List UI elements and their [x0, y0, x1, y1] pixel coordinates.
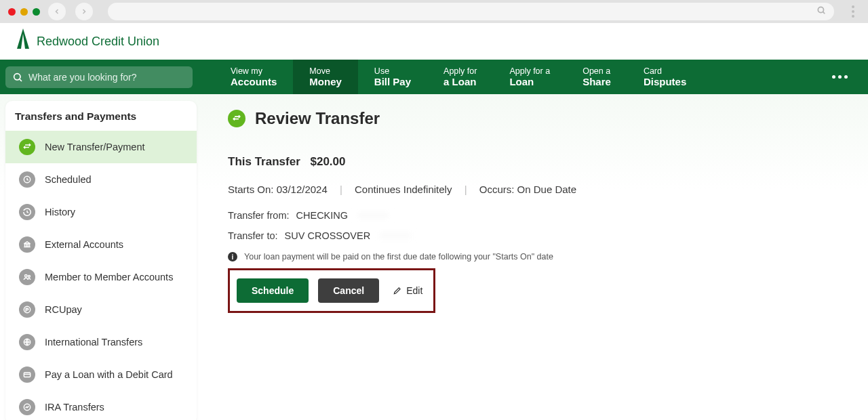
- browser-menu-icon[interactable]: [846, 5, 860, 18]
- sidebar-item-pay-loan-debit[interactable]: Pay a Loan with a Debit Card: [5, 358, 197, 391]
- sidebar-item-external-accounts[interactable]: External Accounts: [5, 228, 197, 261]
- browser-chrome: [0, 0, 868, 23]
- pencil-icon: [393, 286, 402, 295]
- nav-open-share[interactable]: Open a Share: [566, 60, 627, 94]
- brand-header: Redwood Credit Union: [0, 23, 868, 60]
- sidebar-item-rcupay[interactable]: RCUpay: [5, 293, 197, 326]
- transfer-meta: Starts On: 03/12/2024 | Continues Indefi…: [228, 184, 841, 195]
- maximize-window-icon[interactable]: [33, 8, 40, 16]
- nav-more-icon[interactable]: [832, 75, 848, 79]
- sidebar-item-label: IRA Transfers: [45, 402, 104, 413]
- close-window-icon[interactable]: [8, 8, 16, 16]
- info-note: i Your loan payment will be paid on the …: [228, 252, 841, 261]
- separator-icon: |: [465, 184, 467, 195]
- sidebar-item-label: Pay a Loan with a Debit Card: [45, 369, 173, 380]
- browser-url-bar[interactable]: [108, 3, 834, 20]
- svg-rect-7: [24, 373, 30, 377]
- bank-icon: [19, 236, 35, 253]
- occurs-value: On Due Date: [517, 184, 577, 195]
- search-input[interactable]: What are you looking for?: [5, 66, 193, 88]
- starts-on-label: Starts On:: [228, 184, 274, 195]
- nav-bill-pay[interactable]: Use Bill Pay: [358, 60, 427, 94]
- minimize-window-icon[interactable]: [20, 8, 28, 16]
- sidebar-item-scheduled[interactable]: Scheduled: [5, 163, 197, 196]
- nav-view-accounts[interactable]: View my Accounts: [214, 60, 293, 94]
- globe-icon: [19, 334, 35, 350]
- nav-card-disputes[interactable]: Card Disputes: [627, 60, 703, 94]
- nav-apply-loan-2[interactable]: Apply for a Loan: [493, 60, 566, 94]
- pay-icon: [19, 301, 35, 318]
- search-placeholder: What are you looking for?: [28, 72, 137, 83]
- browser-forward-button[interactable]: [75, 3, 93, 20]
- sidebar: Transfers and Payments New Transfer/Paym…: [0, 94, 201, 420]
- svg-point-4: [28, 275, 30, 277]
- starts-on-value: 03/12/2024: [277, 184, 328, 195]
- sidebar-item-international[interactable]: International Transfers: [5, 326, 197, 358]
- page-title: Review Transfer: [255, 109, 380, 128]
- card-icon: [19, 366, 35, 383]
- occurs-label: Occurs:: [479, 184, 515, 195]
- transfer-amount: $20.00: [311, 155, 346, 168]
- clock-icon: [19, 171, 35, 188]
- schedule-button[interactable]: Schedule: [237, 278, 309, 303]
- search-icon: [12, 72, 23, 83]
- main-content: Review Transfer This Transfer $20.00 Sta…: [201, 94, 868, 420]
- brand-mark-icon: [15, 28, 31, 54]
- transfer-to: Transfer to: SUV CROSSOVER: [228, 230, 841, 241]
- edit-button[interactable]: Edit: [389, 285, 427, 296]
- sidebar-item-new-transfer[interactable]: New Transfer/Payment: [5, 131, 197, 163]
- nav-apply-loan-1[interactable]: Apply for a Loan: [427, 60, 493, 94]
- transfer-icon: [19, 139, 35, 155]
- brand-name: Redwood Credit Union: [37, 35, 159, 49]
- transfer-badge-icon: [228, 110, 245, 127]
- from-label: Transfer from:: [228, 210, 290, 221]
- primary-nav: What are you looking for? View my Accoun…: [0, 60, 868, 94]
- sidebar-item-label: Member to Member Accounts: [45, 272, 173, 282]
- redacted-account-number: [377, 231, 414, 240]
- edit-label: Edit: [406, 285, 422, 296]
- sidebar-item-member-to-member[interactable]: Member to Member Accounts: [5, 261, 197, 293]
- this-transfer-label: This Transfer: [228, 155, 300, 168]
- sidebar-item-label: History: [45, 207, 75, 217]
- to-label: Transfer to:: [228, 230, 278, 241]
- from-account: CHECKING: [296, 210, 349, 221]
- sidebar-item-label: Scheduled: [45, 174, 92, 185]
- sidebar-item-ira-transfers[interactable]: IRA Transfers: [5, 391, 197, 420]
- transfer-from: Transfer from: CHECKING: [228, 210, 841, 221]
- note-text: Your loan payment will be paid on the fi…: [244, 252, 553, 261]
- sidebar-item-label: New Transfer/Payment: [45, 142, 144, 152]
- browser-back-button[interactable]: [48, 3, 66, 20]
- nav-move-money[interactable]: Move Money: [293, 60, 358, 94]
- svg-point-0: [818, 7, 823, 12]
- sidebar-title: Transfers and Payments: [5, 101, 197, 131]
- people-icon: [19, 269, 35, 285]
- history-icon: [19, 204, 35, 220]
- sidebar-item-label: RCUpay: [45, 304, 82, 315]
- search-icon: [816, 5, 826, 18]
- window-controls: [8, 8, 40, 16]
- ira-icon: [19, 399, 35, 415]
- action-highlight: Schedule Cancel Edit: [228, 268, 435, 313]
- transfer-summary: This Transfer $20.00: [228, 155, 841, 169]
- svg-point-3: [25, 275, 28, 278]
- brand-logo[interactable]: Redwood Credit Union: [15, 28, 159, 54]
- sidebar-item-label: International Transfers: [45, 337, 142, 348]
- cancel-button[interactable]: Cancel: [318, 278, 379, 303]
- svg-point-1: [14, 73, 20, 79]
- info-icon: i: [228, 252, 237, 261]
- redacted-account-number: [355, 211, 391, 220]
- separator-icon: |: [340, 184, 342, 195]
- continues-value: Continues Indefinitely: [355, 184, 452, 195]
- to-account: SUV CROSSOVER: [285, 230, 371, 241]
- sidebar-item-history[interactable]: History: [5, 196, 197, 228]
- sidebar-item-label: External Accounts: [45, 239, 123, 250]
